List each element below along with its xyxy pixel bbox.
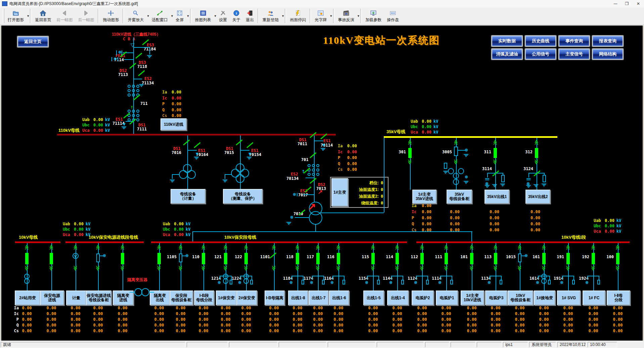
10kv-feeder-button[interactable]: I-B母隔离 [265, 291, 285, 305]
toolbar-button-exit[interactable]: 退出 [243, 8, 257, 24]
breaker-closed[interactable] [224, 253, 227, 264]
10kv-feeder-button[interactable]: 10kV 母线设备柜 [508, 291, 533, 305]
switch-open-icon[interactable] [270, 253, 276, 258]
breaker-closed[interactable] [296, 253, 299, 264]
breaker-closed[interactable] [408, 148, 412, 158]
switch-open-icon[interactable] [129, 63, 136, 69]
toolbar-button-replay[interactable]: 事故反演 [335, 8, 357, 24]
breaker-closed[interactable] [121, 253, 124, 264]
35kv-feeder-button[interactable]: 1#主变 35kV进线 [412, 190, 436, 204]
breaker-closed[interactable] [535, 148, 538, 158]
10kv-feeder-button[interactable]: I-Ⅱ母 分段 [607, 291, 630, 305]
nav-button-1-2[interactable]: 主变信号 [559, 49, 589, 59]
toolbar-button-home[interactable]: 返回首页 [32, 8, 54, 24]
10kv-feeder-button[interactable]: 出线1-5 [363, 291, 384, 305]
breaker-closed[interactable] [445, 253, 448, 264]
breaker-closed[interactable] [337, 253, 340, 264]
switch-open-icon[interactable] [138, 70, 145, 76]
toolbar-button-panel[interactable]: 操作盘 [384, 8, 402, 24]
switch-open-icon[interactable] [236, 140, 242, 145]
breaker-closed[interactable] [202, 253, 205, 264]
dropdown-arrow-icon[interactable]: ▼ [187, 15, 189, 17]
35kv-feeder-button[interactable]: 35kV出线1 [485, 190, 509, 204]
toolbar-button-relogin[interactable]: 重新登陆 [260, 8, 281, 24]
breaker-closed[interactable] [592, 253, 595, 264]
dropdown-arrow-icon[interactable]: ▼ [282, 15, 284, 17]
breaker-closed[interactable] [566, 253, 570, 264]
breaker-closed[interactable] [470, 253, 473, 264]
toolbar-button-list[interactable]: 推图列表 [192, 8, 214, 24]
10kv-feeder-button[interactable]: 1# SVG [557, 291, 581, 305]
dropdown-arrow-icon[interactable]: ▼ [27, 15, 29, 17]
10kv-feeder-button[interactable]: 隔离变 出线 [150, 291, 170, 305]
10kv-feeder-button[interactable]: 保安段 母线设备柜 [170, 291, 193, 305]
breaker-closed[interactable] [494, 253, 497, 264]
breaker-closed[interactable] [50, 253, 53, 264]
busbar-protection-button[interactable]: 母线设备 （测量、保护） [223, 189, 263, 204]
toolbar-button-load[interactable]: 加载参数 [363, 8, 384, 24]
toolbar-button-open[interactable]: 打开图形 [5, 8, 27, 24]
switch-open-icon[interactable] [310, 152, 316, 158]
breaker-closed[interactable] [244, 253, 248, 264]
nav-button-1-3[interactable]: 网络结构 [593, 49, 623, 59]
10kv-feeder-button[interactable]: 隔离变 进线 [113, 291, 134, 305]
10kv-feeder-button[interactable]: 出线1-8 [288, 291, 308, 305]
35kv-feeder-button[interactable]: 35kV 母线设备柜 [447, 190, 472, 204]
return-home-button[interactable]: 返回主页 [18, 37, 48, 47]
nav-button-1-1[interactable]: 公用信号 [525, 49, 556, 59]
10kv-feeder-button[interactable]: 1#主变 10kV进线 [461, 291, 484, 305]
breaker-closed[interactable] [396, 253, 399, 264]
10kv-feeder-button[interactable]: 保安电源进线 母线设备柜 [86, 291, 111, 305]
toolbar-button-drag[interactable]: 拖动图形 [100, 8, 122, 24]
busbar-metering-button[interactable]: 母线设备 （计量） [171, 189, 205, 204]
close-button[interactable]: ✕ [633, 0, 644, 7]
10kv-feeder-button[interactable]: 1# FC [583, 291, 605, 305]
toolbar-button-full[interactable]: 全屏 [173, 8, 186, 24]
breaker-closed[interactable] [25, 253, 29, 264]
110kv-incoming-button[interactable]: 110kV进线 [160, 118, 187, 130]
toolbar-button-fit[interactable]: 适配窗口 [149, 8, 171, 24]
nav-button-0-1[interactable]: 历史曲线 [525, 36, 556, 46]
10kv-meas-value: 0.00 [267, 306, 281, 310]
nav-button-0-3[interactable]: 报表查询 [593, 36, 623, 46]
main-transformer-button[interactable]: 1#主变 [331, 178, 348, 206]
breaker-closed[interactable] [616, 253, 619, 264]
breaker-closed[interactable] [371, 253, 375, 264]
nav-button-1-0[interactable]: 消弧及滤油 [492, 49, 522, 59]
10kv-feeder-button[interactable]: 出线1-4 [387, 291, 409, 305]
dropdown-arrow-icon[interactable]: ▼ [330, 15, 332, 17]
toolbar-button-settings[interactable]: 设置 [216, 8, 230, 24]
switch-open-icon[interactable] [246, 142, 253, 148]
10kv-feeder-button[interactable]: 出线1-7 [309, 291, 329, 305]
10kv-feeder-button[interactable]: 2#保安变 [236, 291, 257, 305]
10kv-feeder-button[interactable]: 保安电源 进线 [40, 291, 64, 305]
breaker-closed[interactable] [542, 253, 546, 264]
switch-open-icon[interactable] [310, 178, 316, 184]
10kv-feeder-button[interactable]: 电弧炉3 [485, 291, 507, 305]
minimize-button[interactable]: — [610, 0, 621, 7]
nav-button-0-0[interactable]: 实时数据 [492, 36, 522, 46]
10kv-feeder-button[interactable]: 2#站用变 [15, 291, 40, 305]
dropdown-arrow-icon[interactable]: ▼ [358, 15, 359, 17]
10kv-feeder-button[interactable]: 计量 [66, 291, 86, 305]
switch-open-icon[interactable] [194, 142, 200, 148]
10kv-feeder-button[interactable]: 电弧炉2 [412, 291, 434, 305]
toolbar-button-board[interactable]: 光字牌 [312, 8, 329, 24]
breaker-closed[interactable] [420, 253, 424, 264]
switch-open-icon[interactable] [135, 53, 142, 59]
toolbar-button-flash[interactable]: 画面停闪 [287, 8, 309, 24]
maximize-button[interactable]: ❐ [621, 0, 633, 7]
breaker-closed[interactable] [494, 148, 497, 158]
10kv-feeder-button[interactable]: I-B段 母线分段 [194, 291, 214, 305]
10kv-feeder-button[interactable]: 出线1-6 [329, 291, 349, 305]
toolbar-button-zoomwin[interactable]: 开窗放大 [125, 8, 146, 24]
10kv-feeder-button[interactable]: 1#保安变 [216, 291, 237, 305]
breaker-closed[interactable] [157, 253, 161, 264]
10kv-feeder-button[interactable]: 电弧炉1 [436, 291, 458, 305]
toolbar-button-about[interactable]: i关于 [230, 8, 243, 24]
35kv-feeder-button[interactable]: 35kV出线2 [525, 190, 550, 204]
breaker-closed[interactable] [316, 253, 320, 264]
10kv-feeder-button[interactable]: 1#接地变 [534, 291, 555, 305]
nav-button-0-2[interactable]: 事件查询 [559, 36, 589, 46]
switch-open-icon[interactable] [183, 140, 190, 145]
